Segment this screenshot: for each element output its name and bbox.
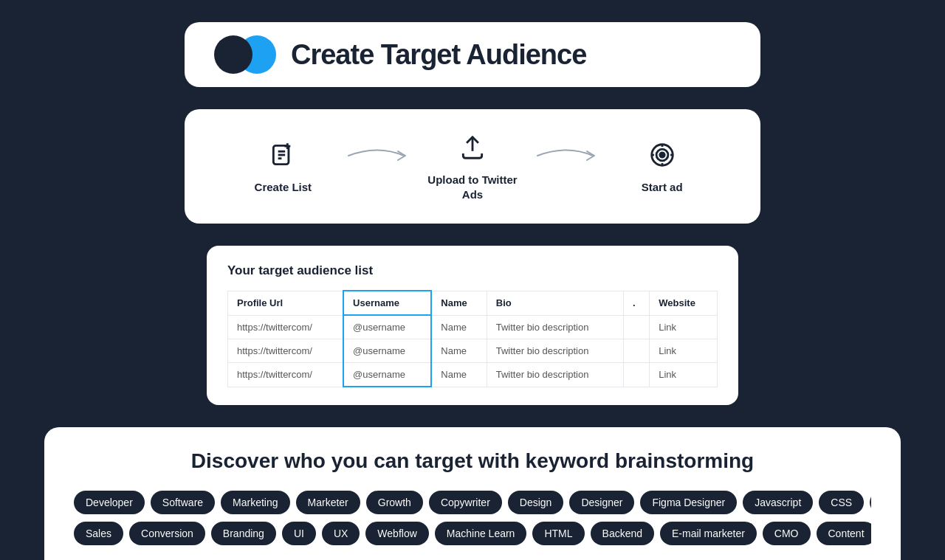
steps-section: Create List Upload to Twitter Ads: [0, 102, 945, 238]
tag-copywriter[interactable]: Copywriter: [429, 491, 502, 514]
cell-website: Link: [650, 315, 718, 339]
step-3-label: Start ad: [642, 180, 683, 195]
cell-profile: https://twittercom/: [228, 363, 344, 387]
col-header-name: Name: [431, 291, 487, 315]
cell-website: Link: [650, 363, 718, 387]
tag-branding[interactable]: Branding: [211, 522, 276, 545]
cell-profile: https://twittercom/: [228, 315, 344, 339]
col-header-website: Website: [650, 291, 718, 315]
tag-ui[interactable]: UI: [282, 522, 316, 545]
create-list-icon: [267, 139, 299, 171]
cell-bio: Twitter bio description: [487, 315, 623, 339]
cell-bio: Twitter bio description: [487, 363, 623, 387]
cell-name: Name: [431, 339, 487, 363]
col-header-dot: .: [624, 291, 650, 315]
col-header-username: Username: [343, 291, 431, 315]
tag-email-marketer[interactable]: E-mail marketer: [660, 522, 757, 545]
cell-bio: Twitter bio description: [487, 339, 623, 363]
step-1-label: Create List: [255, 180, 312, 195]
tag-javascript[interactable]: Javascript: [743, 491, 813, 514]
cell-username: @username: [343, 363, 431, 387]
upload-icon: [456, 131, 489, 164]
tag-marketer[interactable]: Marketer: [296, 491, 360, 514]
logo-icon: [214, 35, 276, 74]
tag-figma-designer[interactable]: Figma Designer: [640, 491, 737, 514]
tag-marketing[interactable]: Marketing: [221, 491, 289, 514]
cell-username: @username: [343, 339, 431, 363]
cell-dot: [624, 363, 650, 387]
target-icon: [646, 139, 678, 171]
cell-website: Link: [650, 339, 718, 363]
tag-growth[interactable]: Growth: [366, 491, 423, 514]
tag-webflow[interactable]: Webflow: [365, 522, 428, 545]
arrow-2: [526, 141, 608, 193]
step-3[interactable]: Start ad: [608, 139, 716, 195]
table-row: https://twittercom/ @username Name Twitt…: [228, 315, 718, 339]
table-row: https://twittercom/ @username Name Twitt…: [228, 339, 718, 363]
tag-cmo[interactable]: CMO: [763, 522, 811, 545]
tags-row-2: Sales Conversion Branding UI UX Webflow …: [74, 522, 871, 545]
tag-backend[interactable]: Backend: [591, 522, 654, 545]
cell-name: Name: [431, 315, 487, 339]
table-row: https://twittercom/ @username Name Twitt…: [228, 363, 718, 387]
header-card: Create Target Audience: [185, 22, 760, 87]
brainstorm-section: Discover who you can target with keyword…: [44, 427, 901, 560]
table-title: Your target audience list: [227, 263, 718, 278]
cell-name: Name: [431, 363, 487, 387]
tag-design[interactable]: Design: [508, 491, 564, 514]
tag-frontend[interactable]: Frontend: [870, 491, 871, 514]
tag-sales[interactable]: Sales: [74, 522, 123, 545]
step-2-label: Upload to Twitter Ads: [419, 173, 527, 201]
cell-username: @username: [343, 315, 431, 339]
steps-card: Create List Upload to Twitter Ads: [185, 109, 760, 224]
audience-table: Profile Url Username Name Bio . Website …: [227, 290, 718, 387]
tag-html[interactable]: HTML: [532, 522, 584, 545]
col-header-bio: Bio: [487, 291, 623, 315]
table-card: Your target audience list Profile Url Us…: [207, 246, 738, 405]
arrow-1: [337, 141, 419, 193]
tag-ux[interactable]: UX: [322, 522, 360, 545]
page-title: Create Target Audience: [291, 39, 586, 71]
tag-designer[interactable]: Designer: [569, 491, 634, 514]
logo-dark-circle: [214, 35, 252, 74]
tag-conversion[interactable]: Conversion: [129, 522, 205, 545]
header-section: Create Target Audience: [0, 0, 945, 102]
tag-developer[interactable]: Developer: [74, 491, 145, 514]
tag-content[interactable]: Content: [817, 522, 872, 545]
table-section: Your target audience list Profile Url Us…: [0, 238, 945, 420]
tags-row-1: Developer Software Marketing Marketer Gr…: [74, 491, 871, 514]
cell-profile: https://twittercom/: [228, 339, 344, 363]
step-2[interactable]: Upload to Twitter Ads: [419, 131, 527, 201]
col-header-profile: Profile Url: [228, 291, 344, 315]
brainstorm-title: Discover who you can target with keyword…: [74, 449, 871, 473]
step-1[interactable]: Create List: [229, 139, 337, 195]
svg-point-8: [660, 153, 664, 157]
tag-software[interactable]: Software: [151, 491, 215, 514]
tag-css[interactable]: CSS: [819, 491, 864, 514]
cell-dot: [624, 315, 650, 339]
cell-dot: [624, 339, 650, 363]
tag-machine-learn[interactable]: Machine Learn: [435, 522, 527, 545]
